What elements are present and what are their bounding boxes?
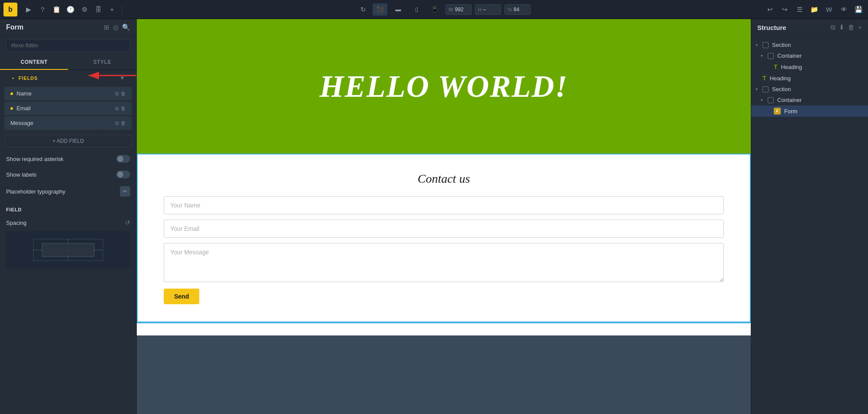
height-label: H <box>478 7 482 12</box>
zoom-input[interactable]: % 84 <box>505 4 531 15</box>
show-labels-label: Show labels <box>6 171 36 178</box>
desktop-view-btn[interactable]: ⬛ <box>373 3 387 16</box>
undo-icon[interactable]: ↩ <box>764 3 776 16</box>
fields-section-wrap: • FIELDS ▾ <box>0 70 136 85</box>
field-name-icons: ⧉ 🗑 <box>115 91 126 97</box>
cursor-tool[interactable]: ▶ <box>23 3 35 16</box>
hero-title: HELLO WORLD! <box>320 69 568 105</box>
section-1-label: Section <box>772 42 791 48</box>
wordpress-icon[interactable]: W <box>823 3 835 16</box>
height-value: – <box>483 7 486 13</box>
field-item-email[interactable]: Email ⧉ 🗑 <box>4 102 132 115</box>
structure-delete-icon[interactable]: 🗑 <box>848 23 855 31</box>
message-input[interactable] <box>164 243 724 282</box>
separator-1 <box>122 5 122 14</box>
panel-title: Form <box>6 23 23 31</box>
show-required-asterisk-row: Show required asterisk <box>0 151 136 167</box>
right-header: Structure ⧉ ⬇ 🗑 + <box>751 19 868 36</box>
panel-icon-search[interactable]: 🔍 <box>122 23 130 31</box>
redo-icon[interactable]: ↪ <box>779 3 791 16</box>
tab-content[interactable]: CONTENT <box>0 55 68 70</box>
show-required-label: Show required asterisk <box>6 156 63 162</box>
tree-item-heading-2[interactable]: T Heading <box>751 72 868 84</box>
section-1-icon <box>762 42 769 48</box>
tablet-portrait-btn[interactable]: ▯ <box>409 3 424 16</box>
send-button[interactable]: Send <box>164 289 199 304</box>
section-2-icon <box>762 86 769 92</box>
structure-download-icon[interactable]: ⬇ <box>839 23 845 31</box>
heading-2-icon: T <box>762 75 766 82</box>
field-email-delete-icon[interactable]: 🗑 <box>121 105 126 112</box>
height-input[interactable]: H – <box>475 4 501 15</box>
tree-item-section-1[interactable]: ▾ Section <box>751 39 868 50</box>
spacing-reset-icon[interactable]: ↺ <box>125 219 130 226</box>
mobile-view-btn[interactable]: 📱 <box>427 3 442 16</box>
tree-item-container-1[interactable]: ▾ Container <box>751 50 868 61</box>
heading-1-label: Heading <box>781 64 802 70</box>
tree-item-section-2[interactable]: ▾ Section <box>751 84 868 95</box>
show-labels-toggle[interactable] <box>116 171 130 178</box>
field-message-delete-icon[interactable]: 🗑 <box>121 120 126 126</box>
canvas-bottom-bar <box>137 322 751 335</box>
email-input[interactable] <box>164 220 724 238</box>
field-item-name[interactable]: Name ⧉ 🗑 <box>4 87 132 100</box>
field-name-label: Name <box>17 90 115 97</box>
hero-section: HELLO WORLD! <box>137 19 751 154</box>
field-item-message[interactable]: Message ⧉ 🗑 <box>4 116 132 130</box>
field-email-copy-icon[interactable]: ⧉ <box>115 105 119 112</box>
placeholder-typography-edit-icon[interactable]: ✏ <box>120 186 130 197</box>
field-bullet-name <box>10 92 13 95</box>
field-message-copy-icon[interactable]: ⧉ <box>115 120 119 126</box>
list-icon[interactable]: ☰ <box>793 3 805 16</box>
panel-icon-2[interactable]: ◎ <box>113 23 119 31</box>
tree-item-container-2[interactable]: ▾ Container <box>751 95 868 105</box>
panel-header: Form ⊞ ◎ 🔍 <box>0 19 136 36</box>
top-toolbar: b ▶ ? 📋 🕐 ⚙ 🗄 + ↻ ⬛ ▬ ▯ 📱 W 992 H – % 84… <box>0 0 868 19</box>
width-input[interactable]: W 992 <box>446 4 472 15</box>
canvas-area[interactable]: HELLO WORLD! Contact us Send <box>137 19 751 414</box>
contact-section: Contact us Send <box>137 154 751 322</box>
settings-icon[interactable]: ⚙ <box>78 3 90 16</box>
clipboard-icon[interactable]: 📋 <box>50 3 63 16</box>
tree-item-form[interactable]: F Form <box>751 105 868 117</box>
form-icon: F <box>774 108 781 115</box>
structure-add-icon[interactable]: + <box>858 23 862 31</box>
history-icon[interactable]: 🕐 <box>64 3 76 16</box>
heading-2-label: Heading <box>770 75 791 82</box>
name-input[interactable] <box>164 196 724 214</box>
field-name-copy-icon[interactable]: ⧉ <box>115 91 119 97</box>
width-label: W <box>449 7 453 12</box>
spacing-label: Spacing <box>6 220 26 226</box>
toolbar-center: ↻ ⬛ ▬ ▯ 📱 W 992 H – % 84 <box>125 3 762 16</box>
add-icon[interactable]: + <box>106 3 118 16</box>
preview-icon[interactable]: 👁 <box>838 3 850 16</box>
fields-list: Name ⧉ 🗑 Email ⧉ 🗑 Message ⧉ 🗑 <box>0 85 136 131</box>
save-icon[interactable]: 💾 <box>852 3 865 16</box>
width-value: 992 <box>455 7 463 13</box>
tablet-landscape-btn[interactable]: ▬ <box>391 3 406 16</box>
show-labels-knob <box>117 171 123 177</box>
id-input[interactable] <box>6 39 130 52</box>
database-icon[interactable]: 🗄 <box>92 3 104 16</box>
add-field-button[interactable]: + ADD FIELD <box>4 135 132 148</box>
main-layout: Form ⊞ ◎ 🔍 CONTENT STYLE • FIELDS ▾ <box>0 19 868 414</box>
add-field-label: + ADD FIELD <box>53 138 84 144</box>
show-required-toggle[interactable] <box>116 155 130 163</box>
panel-header-icons: ⊞ ◎ 🔍 <box>104 23 130 31</box>
spacing-visual: – <box>6 231 130 269</box>
container-2-label: Container <box>777 97 802 103</box>
field-name-delete-icon[interactable]: 🗑 <box>121 91 126 97</box>
left-panel: Form ⊞ ◎ 🔍 CONTENT STYLE • FIELDS ▾ <box>0 19 137 414</box>
folder-icon[interactable]: 📁 <box>808 3 820 16</box>
panel-icon-1[interactable]: ⊞ <box>104 23 109 31</box>
help-icon[interactable]: ? <box>36 3 49 16</box>
refresh-icon[interactable]: ↻ <box>357 3 369 16</box>
structure-copy-icon[interactable]: ⧉ <box>831 23 835 31</box>
field-message-icons: ⧉ 🗑 <box>115 120 126 126</box>
fields-section-title: FIELDS <box>19 76 38 81</box>
tree-item-heading-1[interactable]: T Heading <box>751 61 868 72</box>
canvas-inner: HELLO WORLD! Contact us Send <box>137 19 751 414</box>
form-label: Form <box>784 108 797 115</box>
chevron-container-1: ▾ <box>761 53 766 58</box>
toolbar-right: ↩ ↪ ☰ 📁 W 👁 💾 <box>764 3 865 16</box>
